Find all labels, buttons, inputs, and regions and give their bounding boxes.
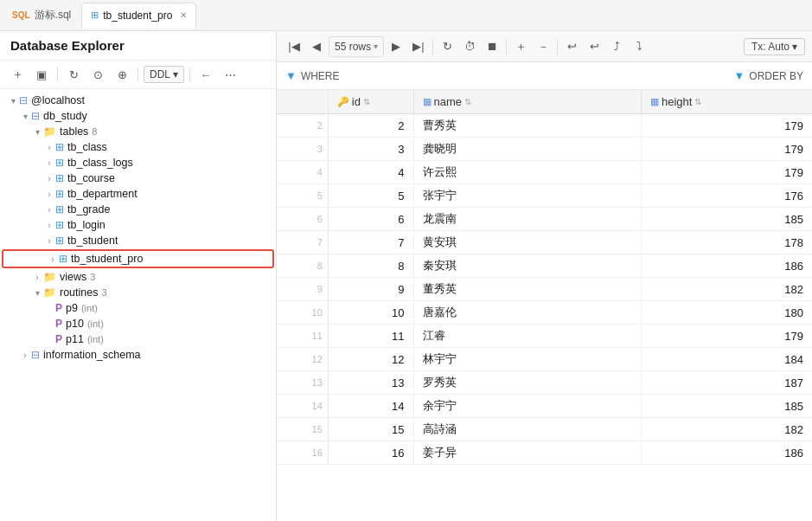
- cell-name[interactable]: 龙震南: [413, 208, 641, 231]
- cell-id[interactable]: 7: [328, 231, 413, 254]
- table-row[interactable]: 15 15 高詩涵 182: [277, 418, 812, 441]
- table-row[interactable]: 12 12 林宇宁 184: [277, 348, 812, 371]
- table-row[interactable]: 5 5 张宇宁 176: [277, 184, 812, 208]
- cell-id[interactable]: 6: [328, 208, 413, 231]
- table-row[interactable]: 6 6 龙震南 185: [277, 208, 812, 231]
- table-row[interactable]: 11 11 江睿 179: [277, 325, 812, 348]
- cell-height[interactable]: 179: [641, 114, 812, 138]
- cell-name[interactable]: 罗秀英: [413, 371, 641, 395]
- cell-name[interactable]: 龚晓明: [413, 138, 641, 161]
- export-btn[interactable]: ⤴: [606, 36, 627, 57]
- info-schema-arrow[interactable]: ›: [19, 351, 31, 360]
- rows-dropdown-arrow[interactable]: ▾: [374, 42, 378, 51]
- th-name[interactable]: ▦ name ⇅: [413, 90, 641, 114]
- views-arrow[interactable]: ›: [31, 273, 43, 282]
- table-row[interactable]: 3 3 龚晓明 179: [277, 138, 812, 161]
- sidebar-item-tb-class-logs[interactable]: › ⊞ tb_class_logs: [0, 155, 276, 170]
- th-height[interactable]: ▦ height ⇅: [641, 90, 812, 114]
- redo-btn[interactable]: ↩: [584, 36, 604, 57]
- tb-class-logs-arrow[interactable]: ›: [43, 158, 55, 168]
- more-btn[interactable]: ⋯: [220, 64, 240, 85]
- cell-name[interactable]: 姜子异: [413, 441, 641, 465]
- cell-id[interactable]: 14: [328, 395, 413, 418]
- cell-height[interactable]: 185: [641, 208, 812, 231]
- upload-btn[interactable]: ⤵: [629, 36, 649, 57]
- cell-id[interactable]: 8: [328, 254, 413, 278]
- localhost-arrow[interactable]: ▾: [7, 96, 19, 106]
- sidebar-item-db-study[interactable]: ▾ ⊟ db_study: [0, 108, 276, 124]
- sidebar-item-info-schema[interactable]: › ⊟ information_schema: [0, 347, 276, 363]
- back-btn[interactable]: ←: [195, 64, 216, 85]
- cell-id[interactable]: 11: [328, 325, 413, 348]
- tb-class-arrow[interactable]: ›: [43, 143, 55, 152]
- stop-btn[interactable]: ⏹: [482, 36, 502, 57]
- tb-dept-arrow[interactable]: ›: [43, 190, 55, 199]
- rows-info[interactable]: 55 rows ▾: [329, 36, 384, 57]
- table-row[interactable]: 8 8 秦安琪 186: [277, 254, 812, 278]
- reload-btn[interactable]: ↻: [437, 36, 457, 57]
- undo-btn[interactable]: ↩: [561, 36, 582, 57]
- cell-id[interactable]: 5: [328, 184, 413, 208]
- close-tab-icon[interactable]: ✕: [180, 10, 187, 20]
- tb-student-pro-arrow[interactable]: ›: [47, 254, 59, 264]
- cell-name[interactable]: 董秀英: [413, 278, 641, 301]
- nav-prev-btn[interactable]: ◀: [306, 36, 327, 57]
- cell-name[interactable]: 高詩涵: [413, 418, 641, 441]
- cell-id[interactable]: 15: [328, 418, 413, 441]
- th-id[interactable]: 🔑 id ⇅: [328, 90, 413, 114]
- cell-id[interactable]: 10: [328, 301, 413, 325]
- cell-height[interactable]: 182: [641, 418, 812, 441]
- sidebar-item-p9[interactable]: P p9 (int): [0, 300, 276, 316]
- sidebar-item-p10[interactable]: P p10 (int): [0, 316, 276, 331]
- remove-row-btn[interactable]: －: [533, 36, 553, 57]
- tx-auto-button[interactable]: Tx: Auto ▾: [744, 38, 805, 55]
- cell-height[interactable]: 187: [641, 371, 812, 395]
- sidebar-item-p11[interactable]: P p11 (int): [0, 331, 276, 347]
- cell-id[interactable]: 4: [328, 161, 413, 184]
- cell-height[interactable]: 176: [641, 184, 812, 208]
- tb-grade-arrow[interactable]: ›: [43, 205, 55, 215]
- tab-sql[interactable]: SQL 游标.sql: [3, 3, 80, 29]
- order-filter[interactable]: ▼ ORDER BY: [733, 69, 803, 82]
- cell-height[interactable]: 184: [641, 348, 812, 371]
- table-row[interactable]: 4 4 许云熙 179: [277, 161, 812, 184]
- filter-btn[interactable]: ⊙: [87, 64, 108, 85]
- tables-arrow[interactable]: ▾: [31, 127, 43, 137]
- sidebar-item-tb-student-pro[interactable]: › ⊞ tb_student_pro: [2, 249, 274, 268]
- cell-id[interactable]: 9: [328, 278, 413, 301]
- cell-name[interactable]: 曹秀英: [413, 114, 641, 138]
- sidebar-item-tb-grade[interactable]: › ⊞ tb_grade: [0, 202, 276, 217]
- tb-course-arrow[interactable]: ›: [43, 174, 55, 183]
- cell-name[interactable]: 张宇宁: [413, 184, 641, 208]
- refresh-btn[interactable]: ↻: [63, 64, 84, 85]
- db-study-arrow[interactable]: ▾: [19, 112, 31, 121]
- tb-student-arrow[interactable]: ›: [43, 236, 55, 246]
- cell-height[interactable]: 179: [641, 138, 812, 161]
- sidebar-item-tb-department[interactable]: › ⊞ tb_department: [0, 186, 276, 202]
- routines-arrow[interactable]: ▾: [31, 288, 43, 298]
- cell-name[interactable]: 唐嘉伦: [413, 301, 641, 325]
- tb-login-arrow[interactable]: ›: [43, 221, 55, 230]
- sidebar-item-views[interactable]: › 📁 views 3: [0, 269, 276, 285]
- id-sort-icon[interactable]: ⇅: [363, 97, 370, 106]
- cell-height[interactable]: 179: [641, 161, 812, 184]
- add-row-btn[interactable]: ＋: [510, 36, 531, 57]
- cell-height[interactable]: 186: [641, 254, 812, 278]
- sidebar-item-tb-class[interactable]: › ⊞ tb_class: [0, 139, 276, 155]
- cell-height[interactable]: 182: [641, 278, 812, 301]
- nav-next-btn[interactable]: ▶: [386, 36, 406, 57]
- cell-name[interactable]: 江睿: [413, 325, 641, 348]
- table-row[interactable]: 14 14 余宇宁 185: [277, 395, 812, 418]
- cell-name[interactable]: 秦安琪: [413, 254, 641, 278]
- cell-id[interactable]: 13: [328, 371, 413, 395]
- cell-name[interactable]: 林宇宁: [413, 348, 641, 371]
- sync-btn[interactable]: ⊕: [112, 64, 132, 85]
- table-row[interactable]: 16 16 姜子异 186: [277, 441, 812, 465]
- table-row[interactable]: 7 7 黄安琪 178: [277, 231, 812, 254]
- table-row[interactable]: 10 10 唐嘉伦 180: [277, 301, 812, 325]
- sidebar-item-localhost[interactable]: ▾ ⊟ @localhost: [0, 93, 276, 108]
- cell-height[interactable]: 178: [641, 231, 812, 254]
- name-sort-icon[interactable]: ⇅: [464, 97, 471, 106]
- cell-name[interactable]: 黄安琪: [413, 231, 641, 254]
- square-btn[interactable]: ▣: [31, 64, 52, 85]
